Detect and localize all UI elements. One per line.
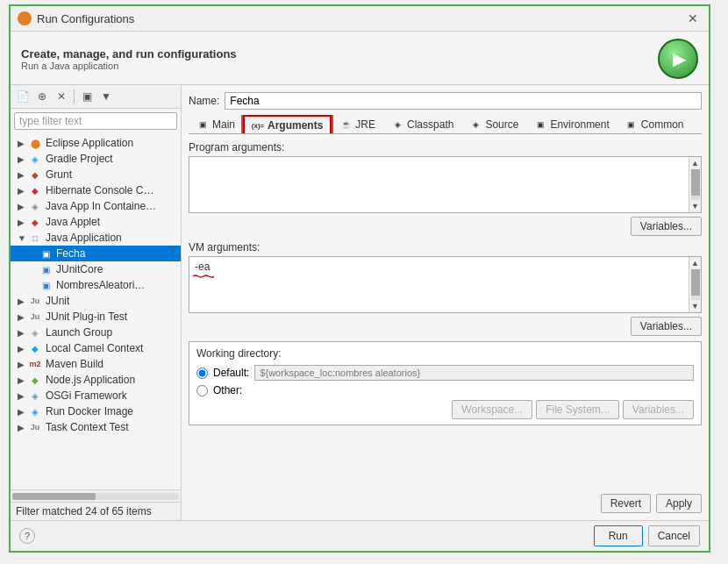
tree-item-label: Node.js Application [46, 374, 135, 386]
osgi-icon: ◈ [28, 389, 42, 403]
run-config-button[interactable]: Run [594, 525, 643, 546]
tab-main[interactable]: ▣ Main [189, 115, 243, 134]
tree-item-grunt[interactable]: ▶ ◆ Grunt [11, 167, 181, 182]
dialog-icon [18, 11, 32, 25]
run-button[interactable] [658, 39, 698, 79]
tree-item-label: Java App In Containe… [46, 200, 156, 212]
workspace-button[interactable]: Workspace... [452, 400, 532, 419]
tree-item-gulp[interactable]: ▶ ◆ Hibernate Console C… [11, 182, 181, 198]
toolbar-separator-1 [74, 89, 75, 104]
default-radio[interactable] [196, 368, 208, 379]
tree-item-eclipse-app[interactable]: ▶ ⬤ Eclipse Application [11, 135, 181, 151]
scroll-thumb [691, 169, 700, 196]
horizontal-scrollbar[interactable] [11, 489, 181, 502]
scroll-down[interactable]: ▼ [689, 300, 702, 312]
program-args-scrollbar[interactable]: ▲ ▼ [689, 157, 701, 212]
scroll-up[interactable]: ▲ [689, 257, 702, 269]
tree-item-launch-group[interactable]: ▶ ◈ Launch Group [11, 325, 181, 340]
tree-item-nodejs[interactable]: ▶ ◆ Node.js Application [11, 372, 181, 388]
scroll-track [691, 169, 700, 200]
tree-item-label: NombresAleatori… [56, 279, 145, 291]
tab-source[interactable]: ◈ Source [461, 115, 526, 134]
expand-arrow: ▶ [18, 391, 28, 401]
tree-item-docker[interactable]: ▶ ◈ Run Docker Image [11, 403, 181, 419]
spacer [189, 429, 702, 489]
tab-environment[interactable]: ▣ Environment [526, 115, 617, 134]
expand-arrow: ▶ [18, 296, 28, 306]
close-button[interactable]: ✕ [684, 12, 702, 25]
tree-item-task-context[interactable]: ▶ Ju Task Context Test [11, 419, 181, 435]
tree-item-label: OSGi Framework [46, 389, 127, 402]
program-args-input[interactable] [189, 157, 687, 212]
expand-arrow: ▶ [18, 407, 28, 417]
expand-arrow: ▶ [18, 218, 28, 227]
apply-button[interactable]: Apply [656, 494, 702, 513]
tree-item-maven[interactable]: ▶ m2 Maven Build [11, 356, 181, 372]
tab-main-label: Main [212, 118, 235, 131]
task-icon: Ju [28, 420, 42, 434]
copy-config-button[interactable]: ⊕ [33, 88, 51, 105]
tree-item-junitcore[interactable]: ▣ JUnitCore [11, 261, 181, 277]
vm-args-scrollbar[interactable]: ▲ ▼ [689, 257, 701, 312]
tree-item-local-camel[interactable]: ▶ ◆ Local Camel Context [11, 340, 181, 356]
tab-jre-label: JRE [355, 118, 375, 131]
expand-arrow: ▶ [18, 360, 28, 369]
hibernate-icon: ◈ [28, 199, 42, 213]
default-value-input [254, 365, 694, 381]
tab-arguments[interactable]: (x)= Arguments [243, 115, 332, 134]
tree-item-nombres[interactable]: ▣ NombresAleatori… [11, 277, 181, 293]
left-panel: 📄 ⊕ ✕ ▣ ▼ type filter text ▶ ⬤ Eclipse A… [11, 85, 182, 520]
tree-item-label: Java Application [46, 232, 122, 244]
tree-item-label: Task Context Test [46, 421, 129, 433]
program-args-variables-button[interactable]: Variables... [631, 217, 702, 236]
other-radio[interactable] [196, 385, 208, 396]
tab-classpath[interactable]: ◈ Classpath [383, 115, 461, 134]
collapse-all-button[interactable]: ▣ [78, 88, 96, 105]
args-tab-icon: (x)= [252, 119, 264, 132]
maven-icon: m2 [28, 357, 42, 371]
tree-item-label: JUnitCore [56, 263, 103, 275]
java-application-icon: □ [28, 231, 42, 245]
tree-item-fecha[interactable]: ▣ Fecha [11, 246, 181, 261]
filesystem-button[interactable]: File System... [536, 400, 619, 419]
vm-args-variables-button[interactable]: Variables... [631, 317, 702, 336]
expand-arrow: ▶ [18, 344, 28, 353]
config-tree: ▶ ⬤ Eclipse Application ▶ ◈ Gradle Proje… [11, 133, 181, 489]
filter-input[interactable]: type filter text [14, 112, 177, 130]
title-bar: Run Configurations ✕ [11, 6, 709, 32]
tree-item-java-application[interactable]: ▼ □ Java Application [11, 230, 181, 246]
tree-item-label: Hibernate Console C… [46, 184, 153, 196]
scroll-down[interactable]: ▼ [689, 200, 702, 212]
cancel-button[interactable]: Cancel [648, 525, 700, 546]
delete-config-button[interactable]: ✕ [53, 88, 70, 105]
main-tab-icon: ▣ [196, 118, 209, 131]
tree-item-junit-plugin[interactable]: ▶ Ju JUnit Plug-in Test [11, 309, 181, 325]
junit-plugin-icon: Ju [28, 310, 42, 324]
bottom-right-buttons: Run Cancel [594, 525, 700, 546]
tab-jre[interactable]: ☕ JRE [332, 115, 383, 134]
tree-item-junit[interactable]: ▶ Ju JUnit [11, 293, 181, 309]
expand-arrow: ▶ [18, 423, 28, 432]
scroll-up[interactable]: ▲ [689, 157, 702, 169]
tab-common[interactable]: ▣ Common [617, 115, 692, 134]
working-dir-title: Working directory: [196, 347, 694, 360]
tree-item-javaapp[interactable]: ▶ ◆ Java Applet [11, 214, 181, 230]
tree-item-label: JUnit [46, 295, 69, 307]
name-input[interactable] [225, 92, 702, 110]
wd-variables-button[interactable]: Variables... [623, 400, 694, 419]
header-title: Create, manage, and run configurations [21, 47, 658, 61]
dropdown-button[interactable]: ▼ [97, 88, 115, 105]
tree-item-label: JUnit Plug-in Test [46, 311, 127, 323]
bottom-bar: ? Run Cancel [11, 520, 709, 551]
vm-args-btn-row: Variables... [189, 317, 702, 336]
tree-item-osgi[interactable]: ▶ ◈ OSGi Framework [11, 388, 181, 403]
tree-item-gradle[interactable]: ▶ ◈ Gradle Project [11, 151, 181, 167]
junitcore-icon: ▣ [39, 262, 53, 276]
revert-apply-row: Revert Apply [189, 494, 702, 513]
tree-item-hibernate[interactable]: ▶ ◈ Java App In Containe… [11, 198, 181, 214]
docker-icon: ◈ [28, 404, 42, 418]
revert-button[interactable]: Revert [601, 494, 651, 513]
new-config-button[interactable]: 📄 [14, 88, 32, 105]
help-button[interactable]: ? [19, 528, 35, 544]
tree-item-label: Java Applet [46, 216, 100, 228]
